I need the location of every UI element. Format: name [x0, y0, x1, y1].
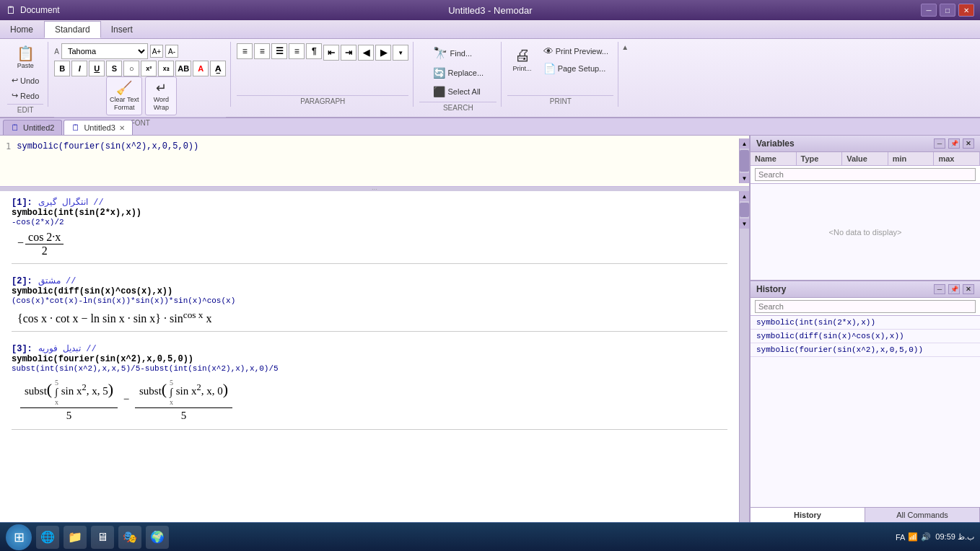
tab2-icon: 🗒 — [11, 123, 19, 133]
replace-button[interactable]: 🔄 Replace... — [429, 64, 489, 81]
align-left[interactable]: ◀ — [358, 45, 374, 61]
block1-code: symbolic(int(sin(2*x),x)) — [12, 208, 727, 218]
block3-result-text: subst(int(sin(x^2),x,x,5)/5-subst(int(si… — [12, 364, 727, 373]
page-setup-button[interactable]: 📄 Page Setup... — [539, 61, 613, 76]
block1-result-text: -cos(2*x)/2 — [12, 218, 727, 226]
menu-standard[interactable]: Standard — [44, 21, 101, 38]
ribbon-collapse[interactable]: ▲ — [620, 42, 630, 107]
history-search-input[interactable] — [755, 300, 976, 313]
circle-button[interactable]: ○ — [123, 61, 139, 76]
font-size-increase[interactable]: A+ — [150, 45, 163, 58]
redo-button[interactable]: ↪ Redo — [7, 89, 43, 102]
align-right[interactable]: ▶ — [375, 45, 391, 61]
block2-divider — [12, 331, 727, 332]
variables-dock[interactable]: 📌 — [948, 138, 960, 149]
strikethrough-button[interactable]: S — [106, 61, 122, 76]
code-line-1[interactable]: symbolic(fourier(sin(x^2),x,0,5,0)) — [17, 138, 739, 183]
font-size-decrease[interactable]: A- — [165, 45, 178, 58]
indent-right[interactable]: ⇥ — [341, 45, 356, 61]
history-tab-bar: History All Commands — [751, 507, 980, 522]
history-item-2[interactable]: symbolic(diff(sin(x)^cos(x),x)) — [751, 330, 980, 343]
word-wrap-button[interactable]: ↵ WordWrap — [145, 76, 177, 115]
taskbar-clock: 09:59 ب.ظ — [935, 532, 974, 542]
start-button[interactable]: ⊞ — [6, 524, 32, 550]
block1-divider — [12, 263, 727, 264]
para-btn-1[interactable]: ≡ — [237, 43, 253, 59]
output-scroll-up[interactable]: ▲ — [740, 191, 749, 201]
font-color-button[interactable]: A — [193, 61, 209, 76]
para-btn-3[interactable]: ☰ — [271, 43, 287, 59]
paste-icon: 📋 — [17, 46, 35, 61]
minimize-button[interactable]: ─ — [921, 4, 937, 17]
superscript-button[interactable]: x² — [141, 61, 157, 76]
history-minimize[interactable]: ─ — [934, 284, 945, 294]
eraser-icon: 🧹 — [116, 80, 132, 96]
scroll-up-arrow[interactable]: ▲ — [740, 138, 749, 149]
word-wrap-icon: ↵ — [156, 80, 167, 96]
para-extra[interactable]: ▼ — [393, 45, 408, 61]
menu-insert[interactable]: Insert — [101, 20, 144, 38]
variables-section: Variables ─ 📌 ✕ Name Type Value min max … — [751, 136, 980, 281]
tab-untitled2[interactable]: 🗒 Untitled2 — [3, 120, 62, 135]
output-scrollbar[interactable]: ▲ ▼ — [739, 191, 749, 522]
block3-label: [3]: — [12, 344, 32, 354]
maximize-button[interactable]: □ — [940, 4, 955, 17]
variables-header: Variables ─ 📌 ✕ — [751, 136, 980, 152]
find-button[interactable]: 🔭 Find... — [429, 43, 477, 63]
tab-all-commands[interactable]: All Commands — [865, 508, 980, 522]
para-btn-2[interactable]: ≡ — [254, 43, 270, 59]
taskbar-ie-icon[interactable]: 🌐 — [36, 526, 59, 549]
undo-button[interactable]: ↩ Undo — [7, 74, 43, 87]
history-item-3[interactable]: symbolic(fourier(sin(x^2),x,0,5,0)) — [751, 343, 980, 357]
output-scroll-thumb[interactable] — [740, 203, 749, 217]
col-min: min — [888, 152, 935, 165]
right-panel: Variables ─ 📌 ✕ Name Type Value min max … — [749, 136, 980, 522]
clear-text-format-button[interactable]: 🧹 Clear TextFormat — [106, 76, 142, 115]
print-preview-button[interactable]: 👁 Print Preview... — [539, 43, 613, 59]
select-all-button[interactable]: ⬛ Select All — [429, 83, 485, 100]
block1-label: [1]: — [12, 198, 32, 208]
indent-left[interactable]: ⇤ — [323, 45, 339, 61]
input-scrollbar[interactable]: ▲ ▼ — [739, 138, 749, 183]
code-line-number: 1 — [0, 138, 17, 183]
menu-home[interactable]: Home — [0, 20, 44, 38]
tab-history[interactable]: History — [751, 508, 865, 522]
font-family-select[interactable]: Tahoma — [61, 43, 148, 59]
para-btn-5[interactable]: ¶ — [306, 43, 322, 59]
history-search-bar — [751, 298, 980, 316]
italic-button[interactable]: I — [71, 61, 87, 76]
tab-untitled3[interactable]: 🗒 Untitled3 ✕ — [64, 120, 132, 135]
output-scroll-down[interactable]: ▼ — [740, 219, 749, 229]
history-item-1[interactable]: symbolic(int(sin(2*x),x)) — [751, 316, 980, 330]
close-button[interactable]: ✕ — [958, 4, 974, 17]
output-area: [1]: // انتگرال گیری symbolic(int(sin(2*… — [0, 191, 739, 522]
variables-close[interactable]: ✕ — [963, 138, 974, 149]
highlight-button[interactable]: A̲ — [210, 61, 226, 76]
taskbar-media-icon[interactable]: 🎭 — [118, 526, 141, 549]
tab2-label: Untitled2 — [23, 123, 54, 132]
window-controls: ─ □ ✕ — [921, 4, 974, 17]
page-setup-icon: 📄 — [543, 63, 556, 74]
taskbar-folder-icon[interactable]: 📁 — [64, 526, 87, 549]
ribbon-group-font: A Tahoma A+ A- B I U S ○ x² x₂ AB A — [50, 42, 231, 107]
variables-minimize[interactable]: ─ — [934, 138, 945, 149]
ribbon-group-paragraph: ≡ ≡ ☰ ≡ ¶ ⇤ ⇥ ◀ ▶ ▼ PARAGRAPH — [232, 42, 414, 107]
subscript-button[interactable]: x₂ — [158, 61, 174, 76]
taskbar-computer-icon[interactable]: 🖥 — [91, 526, 114, 549]
ab-button[interactable]: AB — [175, 61, 191, 76]
bold-button[interactable]: B — [54, 61, 70, 76]
titlebar-left: 🗒 Document — [6, 4, 60, 16]
ribbon: 📋 Paste ↩ Undo ↪ Redo — [0, 39, 980, 118]
underline-button[interactable]: U — [89, 61, 105, 76]
scroll-thumb[interactable] — [740, 150, 749, 172]
tab3-close-button[interactable]: ✕ — [119, 124, 125, 132]
ribbon-group-edit: 📋 Paste ↩ Undo ↪ Redo — [3, 42, 48, 107]
scroll-down-arrow[interactable]: ▼ — [740, 173, 749, 183]
para-btn-4[interactable]: ≡ — [289, 43, 305, 59]
paste-button[interactable]: 📋 Paste — [7, 43, 43, 72]
print-button[interactable]: 🖨 Print... — [509, 43, 536, 75]
variables-search-input[interactable] — [755, 168, 976, 181]
history-close[interactable]: ✕ — [963, 284, 974, 294]
history-dock[interactable]: 📌 — [948, 284, 960, 294]
taskbar-browser-icon[interactable]: 🌍 — [146, 526, 169, 549]
